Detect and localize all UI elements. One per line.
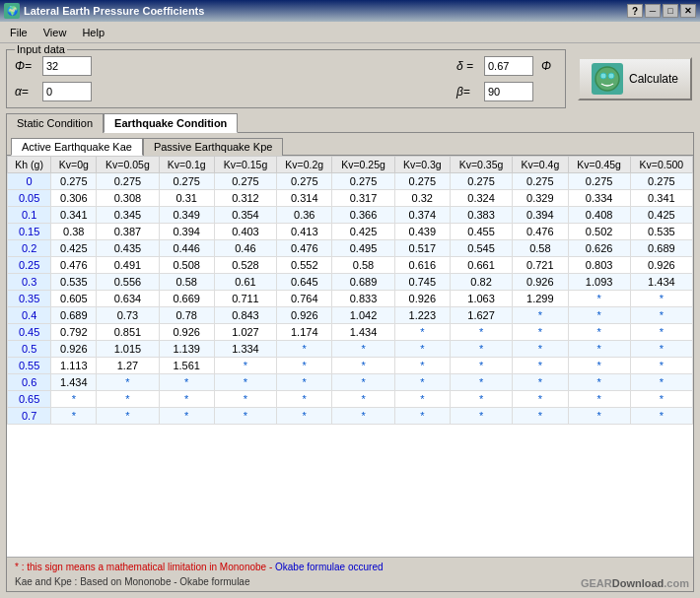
window-body: Input data Φ= α= δ = Φ	[0, 43, 700, 598]
cell-value: 0.803	[568, 257, 630, 274]
cell-value: *	[394, 341, 450, 358]
table-row: 0.150.380.3870.3940.4030.4130.4250.4390.…	[8, 224, 693, 240]
col-header-6: Kv=0.25g	[332, 157, 394, 173]
row-kh-value: 0.4	[8, 307, 51, 324]
cell-value: 0.312	[214, 190, 276, 207]
maximize-button[interactable]: □	[663, 4, 678, 18]
cell-value: *	[630, 291, 692, 307]
delta-input[interactable]	[484, 56, 533, 76]
cell-value: 0.926	[277, 307, 332, 324]
cell-value: *	[277, 391, 332, 408]
cell-value: *	[97, 391, 159, 408]
cell-value: *	[214, 391, 276, 408]
tab-earthquake[interactable]: Earthquake Condition	[104, 113, 238, 133]
cell-value: 0.46	[214, 240, 276, 257]
cell-value: 0.556	[97, 274, 159, 291]
cell-value: 0.374	[394, 207, 450, 224]
table-row: 0.551.1131.271.561********	[8, 358, 693, 374]
col-header-2: Kv=0.05g	[97, 157, 159, 173]
cell-value: *	[630, 358, 692, 374]
cell-value: 0.403	[214, 224, 276, 240]
col-header-7: Kv=0.3g	[394, 157, 450, 173]
cell-value: *	[630, 391, 692, 408]
cell-value: 0.926	[51, 341, 97, 358]
cell-value: *	[394, 358, 450, 374]
cell-value: *	[630, 408, 692, 425]
close-button[interactable]: ✕	[680, 4, 696, 18]
cell-value: *	[277, 341, 332, 358]
footer-star-note: * : this sign means a mathematical limit…	[11, 560, 387, 574]
cell-value: 0.275	[332, 173, 394, 190]
cell-value: 1.139	[159, 341, 214, 358]
cell-value: *	[513, 374, 568, 391]
row-kh-value: 0.2	[8, 240, 51, 257]
cell-value: 0.535	[630, 224, 692, 240]
cell-value: 1.223	[394, 307, 450, 324]
phi-input[interactable]	[42, 56, 92, 76]
cell-value: *	[450, 408, 512, 425]
footer-brand: GEARDownload.com	[581, 577, 689, 589]
cell-value: 0.349	[159, 207, 214, 224]
beta-input[interactable]	[484, 82, 533, 101]
inner-tab-passive[interactable]: Passive Earthquake Kpe	[143, 138, 283, 156]
menu-help[interactable]: Help	[74, 25, 112, 40]
cell-value: 0.634	[97, 291, 159, 307]
cell-value: *	[277, 374, 332, 391]
cell-value: *	[568, 341, 630, 358]
menu-view[interactable]: View	[35, 25, 75, 40]
cell-value: *	[332, 408, 394, 425]
cell-value: 1.113	[51, 358, 97, 374]
cell-value: 0.58	[513, 240, 568, 257]
cell-value: *	[513, 324, 568, 341]
star-symbol: * : this sign means a mathematical limit…	[15, 562, 275, 572]
cell-value: *	[568, 408, 630, 425]
cell-value: 1.174	[277, 324, 332, 341]
help-button[interactable]: ?	[627, 4, 643, 18]
cell-value: 0.851	[97, 324, 159, 341]
cell-value: 0.82	[450, 274, 512, 291]
cell-value: *	[332, 374, 394, 391]
cell-value: 0.669	[159, 291, 214, 307]
row-kh-value: 0.7	[8, 408, 51, 425]
menu-file[interactable]: File	[2, 25, 35, 40]
cell-value: 0.745	[394, 274, 450, 291]
tab-static[interactable]: Static Condition	[6, 113, 104, 133]
cell-value: 0.275	[513, 173, 568, 190]
row-kh-value: 0.25	[8, 257, 51, 274]
cell-value: 0.275	[51, 173, 97, 190]
beta-label: β=	[456, 85, 476, 99]
table-container[interactable]: Kh (g)Kv=0gKv=0.05gKv=0.1gKv=0.15gKv=0.2…	[7, 156, 693, 557]
cell-value: 0.843	[214, 307, 276, 324]
cell-value: 0.78	[159, 307, 214, 324]
cell-value: 0.61	[214, 274, 276, 291]
cell-value: 1.434	[630, 274, 692, 291]
inner-tab-active[interactable]: Active Earthquake Kae	[11, 138, 143, 156]
cell-value: 1.434	[332, 324, 394, 341]
cell-value: *	[450, 341, 512, 358]
cell-value: *	[450, 324, 512, 341]
calculate-button[interactable]: Calculate	[578, 57, 692, 100]
cell-value: 0.275	[277, 173, 332, 190]
alpha-input[interactable]	[42, 82, 92, 101]
table-row: 00.2750.2750.2750.2750.2750.2750.2750.27…	[8, 173, 693, 190]
cell-value: 0.439	[394, 224, 450, 240]
cell-value: 0.408	[568, 207, 630, 224]
row-kh-value: 0.3	[8, 274, 51, 291]
cell-value: 0.387	[97, 224, 159, 240]
cell-value: 0.413	[277, 224, 332, 240]
cell-value: *	[277, 358, 332, 374]
table-header-row: Kh (g)Kv=0gKv=0.05gKv=0.1gKv=0.15gKv=0.2…	[8, 157, 693, 173]
cell-value: 0.689	[630, 240, 692, 257]
cell-value: 0.833	[332, 291, 394, 307]
cell-value: *	[630, 341, 692, 358]
cell-value: 0.926	[513, 274, 568, 291]
cell-value: 0.721	[513, 257, 568, 274]
minimize-button[interactable]: ─	[645, 4, 661, 18]
window-title: Lateral Earth Pressure Coefficients	[24, 5, 204, 17]
cell-value: 1.015	[97, 341, 159, 358]
cell-value: 0.491	[97, 257, 159, 274]
cell-value: *	[630, 374, 692, 391]
cell-value: 1.627	[450, 307, 512, 324]
cell-value: *	[394, 391, 450, 408]
cell-value: 0.528	[214, 257, 276, 274]
